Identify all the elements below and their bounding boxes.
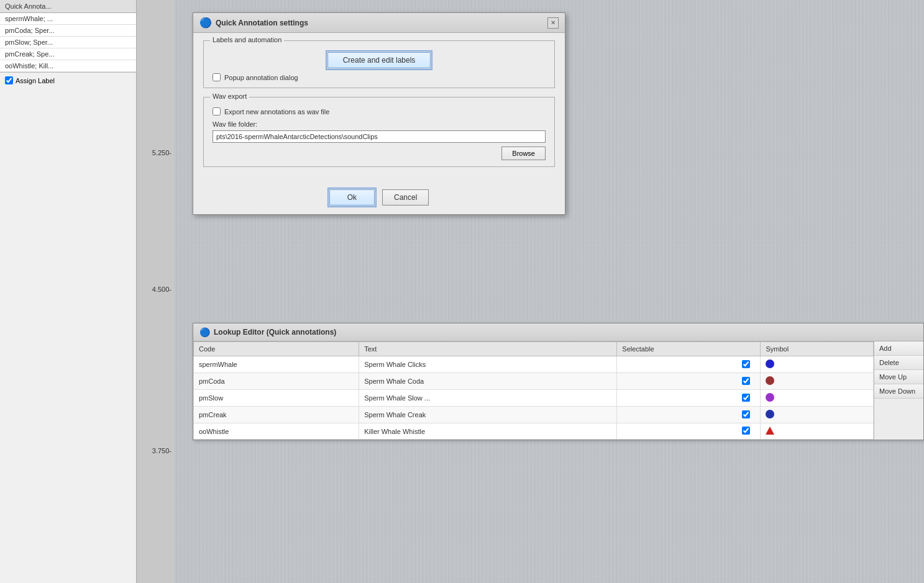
cell-text: Sperm Whale Coda: [359, 373, 617, 390]
col-text: Text: [359, 342, 617, 356]
table-row[interactable]: pmCodaSperm Whale Coda: [194, 373, 874, 390]
ok-button[interactable]: Ok: [329, 189, 375, 206]
table-row[interactable]: pmCreakSperm Whale Creak: [194, 407, 874, 423]
add-button[interactable]: Add: [874, 341, 923, 356]
labels-legend: Labels and automation: [210, 36, 284, 43]
cell-symbol: [761, 373, 874, 390]
circle-symbol: [766, 376, 774, 385]
cell-text: Sperm Whale Creak: [359, 407, 617, 423]
cell-text: Sperm Whale Clicks: [359, 356, 617, 373]
settings-footer: Ok Cancel: [193, 183, 565, 214]
title-left: 🔵 Quick Annotation settings: [199, 17, 308, 29]
lookup-dialog: 🔵 Lookup Editor (Quick annotations) Code…: [193, 323, 924, 440]
lookup-titlebar: 🔵 Lookup Editor (Quick annotations): [193, 323, 923, 341]
col-code: Code: [194, 342, 359, 356]
wav-legend: Wav export: [210, 93, 249, 100]
cell-code: ooWhistle: [194, 423, 359, 440]
wav-section: Wav export Export new annotations as wav…: [203, 97, 555, 167]
cell-selectable: [617, 407, 761, 423]
circle-symbol: [766, 393, 774, 402]
main-area: 🔵 Quick Annotation settings ✕ Labels and…: [174, 0, 924, 583]
lookup-icon: 🔵: [199, 327, 210, 337]
lookup-title-text: Lookup Editor (Quick annotations): [214, 328, 336, 337]
browse-button[interactable]: Browse: [501, 147, 546, 160]
close-button[interactable]: ✕: [547, 17, 559, 29]
cell-text: Killer Whale Whistle: [359, 423, 617, 440]
cell-selectable: [617, 423, 761, 440]
cancel-button[interactable]: Cancel: [382, 189, 429, 206]
cell-code: spermWhale: [194, 356, 359, 373]
list-item[interactable]: pmCoda; Sper...: [0, 25, 136, 37]
selectable-checkbox[interactable]: [742, 377, 750, 385]
popup-checkbox-row: Popup annotation dialog: [213, 73, 546, 81]
cell-symbol: [761, 390, 874, 407]
y-label-2: 4.500-: [152, 286, 172, 293]
labels-section: Labels and automation Create and edit la…: [203, 40, 555, 88]
cell-selectable: [617, 356, 761, 373]
cell-code: pmCreak: [194, 407, 359, 423]
left-panel: Quick Annota... spermWhale; ... pmCoda; …: [0, 0, 137, 583]
y-label-3: 3.750-: [152, 447, 172, 454]
col-selectable: Selectable: [617, 342, 761, 356]
folder-input[interactable]: [213, 130, 546, 143]
y-axis: 5.250- 4.500- 3.750-: [137, 0, 174, 583]
assign-label-row: Assign Label: [0, 73, 136, 88]
cell-selectable: [617, 373, 761, 390]
cell-code: pmCoda: [194, 373, 359, 390]
cell-selectable: [617, 390, 761, 407]
list-item[interactable]: ooWhistle; Kill...: [0, 60, 136, 72]
browse-row: Browse: [213, 147, 546, 160]
settings-dialog: 🔵 Quick Annotation settings ✕ Labels and…: [193, 12, 565, 215]
export-wav-label: Export new annotations as wav file: [224, 108, 329, 115]
selectable-checkbox[interactable]: [742, 410, 750, 418]
list-item[interactable]: pmCreak; Spe...: [0, 48, 136, 60]
lookup-buttons: Add Delete Move Up Move Down: [874, 341, 923, 440]
list-item[interactable]: pmSlow; Sper...: [0, 37, 136, 48]
circle-symbol: [766, 410, 774, 418]
table-row[interactable]: spermWhaleSperm Whale Clicks: [194, 356, 874, 373]
col-symbol: Symbol: [761, 342, 874, 356]
settings-title-text: Quick Annotation settings: [216, 19, 308, 27]
triangle-symbol: [766, 427, 774, 435]
circle-symbol: [766, 359, 774, 368]
list-item[interactable]: spermWhale; ...: [0, 13, 136, 25]
move-down-button[interactable]: Move Down: [874, 384, 923, 399]
lookup-content: Code Text Selectable Symbol spermWhaleSp…: [193, 341, 923, 440]
delete-button[interactable]: Delete: [874, 356, 923, 370]
settings-icon: 🔵: [199, 17, 212, 29]
table-row[interactable]: pmSlowSperm Whale Slow ...: [194, 390, 874, 407]
cell-symbol: [761, 356, 874, 373]
folder-label: Wav file folder:: [213, 120, 546, 128]
cell-symbol: [761, 423, 874, 440]
assign-label-text: Assign Label: [16, 77, 55, 84]
cell-text: Sperm Whale Slow ...: [359, 390, 617, 407]
export-wav-checkbox[interactable]: [213, 107, 221, 115]
move-up-button[interactable]: Move Up: [874, 370, 923, 384]
assign-label-checkbox[interactable]: [5, 76, 13, 84]
export-checkbox-row: Export new annotations as wav file: [213, 107, 546, 115]
lookup-table-area: Code Text Selectable Symbol spermWhaleSp…: [193, 341, 874, 440]
panel-title: Quick Annota...: [0, 0, 136, 13]
popup-annotation-checkbox[interactable]: [213, 73, 221, 81]
cell-code: pmSlow: [194, 390, 359, 407]
selectable-checkbox[interactable]: [742, 360, 750, 368]
y-label-1: 5.250-: [152, 149, 172, 156]
annotation-list: spermWhale; ... pmCoda; Sper... pmSlow; …: [0, 13, 136, 73]
create-edit-labels-button[interactable]: Create and edit labels: [327, 52, 431, 68]
lookup-table: Code Text Selectable Symbol spermWhaleSp…: [193, 341, 874, 440]
table-row[interactable]: ooWhistleKiller Whale Whistle: [194, 423, 874, 440]
selectable-checkbox[interactable]: [742, 394, 750, 402]
settings-content: Labels and automation Create and edit la…: [193, 33, 565, 183]
selectable-checkbox[interactable]: [742, 427, 750, 435]
cell-symbol: [761, 407, 874, 423]
popup-annotation-label: Popup annotation dialog: [224, 74, 298, 81]
settings-titlebar: 🔵 Quick Annotation settings ✕: [193, 13, 565, 33]
